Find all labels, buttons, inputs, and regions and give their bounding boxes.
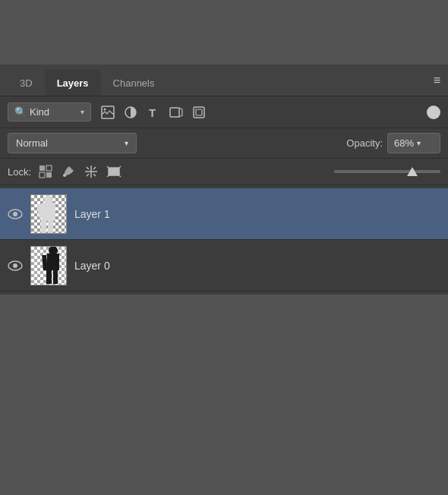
layer-item-layer1[interactable]: Layer 1: [0, 188, 448, 240]
layer1-name: Layer 1: [74, 208, 110, 220]
top-area: [0, 0, 448, 65]
visibility-icon-layer1[interactable]: [8, 209, 23, 219]
svg-point-11: [63, 174, 66, 177]
opacity-arrow: ▾: [417, 139, 421, 147]
lock-label: Lock:: [8, 166, 31, 178]
opacity-label: Opacity:: [346, 137, 383, 149]
svg-line-20: [119, 166, 121, 168]
svg-line-16: [93, 167, 96, 169]
opacity-group: Opacity: 68% ▾: [346, 133, 440, 153]
layer0-name: Layer 0: [74, 260, 110, 272]
svg-line-22: [119, 175, 121, 177]
lock-icons: [37, 163, 122, 180]
svg-line-15: [93, 174, 96, 176]
svg-line-21: [107, 175, 109, 177]
layers-panel: 3D Layers Channels ≡ 🔍 Kind ▾: [0, 65, 448, 295]
lock-row: Lock:: [0, 159, 448, 185]
svg-point-24: [13, 212, 17, 216]
svg-rect-8: [46, 166, 52, 171]
kind-dropdown[interactable]: 🔍 Kind ▾: [8, 102, 91, 121]
svg-rect-5: [194, 107, 204, 118]
layer-item-layer0[interactable]: Layer 0: [0, 240, 448, 292]
svg-rect-6: [196, 109, 202, 115]
panel-menu-icon[interactable]: ≡: [434, 74, 440, 87]
smart-object-filter-icon[interactable]: [190, 103, 208, 121]
svg-line-17: [87, 174, 89, 176]
layer1-thumbnail: [30, 194, 67, 234]
lock-artboard-icon[interactable]: [106, 163, 122, 180]
filter-toggle[interactable]: [427, 106, 440, 119]
tab-3d-label: 3D: [20, 77, 33, 89]
layer0-thumbnail: [30, 246, 67, 285]
visibility-icon-layer0[interactable]: [8, 260, 23, 271]
tab-channels-label: Channels: [113, 77, 155, 89]
blend-mode-value: Normal: [16, 137, 48, 149]
lock-paint-icon[interactable]: [60, 163, 77, 180]
svg-rect-7: [39, 166, 45, 171]
blend-mode-dropdown[interactable]: Normal ▾: [8, 133, 137, 153]
tab-3d[interactable]: 3D: [8, 70, 45, 96]
adjustment-filter-icon[interactable]: [121, 103, 140, 121]
opacity-dropdown[interactable]: 68% ▾: [387, 133, 440, 153]
tab-bar: 3D Layers Channels ≡: [0, 65, 448, 96]
svg-rect-18: [109, 168, 119, 175]
fill-thumb: [407, 167, 418, 176]
fill-slider-area: [334, 170, 440, 173]
fill-track[interactable]: [334, 170, 440, 173]
search-icon: 🔍: [14, 106, 27, 118]
svg-line-14: [87, 167, 89, 169]
lock-pixels-icon[interactable]: [37, 163, 54, 180]
tab-channels[interactable]: Channels: [101, 70, 167, 96]
lock-position-icon[interactable]: [83, 163, 99, 180]
kind-dropdown-arrow: ▾: [80, 108, 84, 116]
svg-line-19: [107, 166, 109, 168]
shape-filter-icon[interactable]: [167, 103, 185, 121]
svg-point-1: [104, 108, 106, 110]
filter-row: 🔍 Kind ▾ T: [0, 96, 448, 128]
tab-layers-label: Layers: [57, 77, 89, 89]
image-filter-icon[interactable]: [99, 103, 117, 121]
svg-rect-9: [39, 172, 45, 178]
blend-mode-arrow: ▾: [125, 139, 128, 147]
kind-label: Kind: [30, 106, 49, 118]
layers-list: Layer 1: [0, 185, 448, 295]
blend-row: Normal ▾ Opacity: 68% ▾: [0, 128, 448, 159]
svg-point-26: [13, 263, 17, 268]
svg-rect-10: [46, 172, 52, 178]
tab-layers[interactable]: Layers: [45, 70, 101, 96]
type-filter-icon[interactable]: T: [144, 103, 162, 121]
filter-icons: T: [99, 103, 208, 121]
svg-rect-4: [170, 108, 179, 117]
svg-text:T: T: [149, 106, 156, 119]
opacity-value: 68%: [394, 137, 414, 149]
